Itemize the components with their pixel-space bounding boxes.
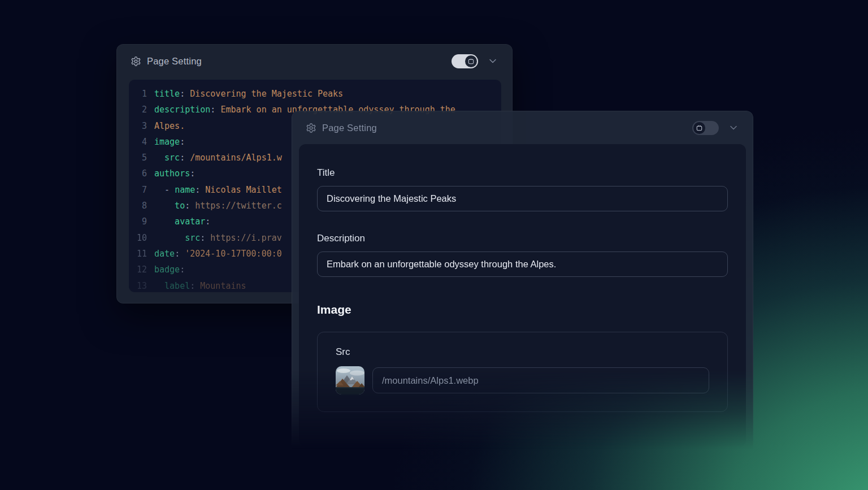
code-text: badge: [154, 262, 185, 277]
src-row [336, 366, 709, 394]
code-block-icon [467, 58, 475, 65]
editor-panel-header: Page Setting [117, 45, 512, 77]
code-line: 1title: Discovering the Majestic Peaks [129, 86, 501, 102]
line-number: 5 [129, 150, 147, 166]
line-number: 11 [129, 246, 147, 262]
line-number: 3 [129, 118, 147, 134]
code-view-toggle[interactable] [452, 54, 478, 68]
code-text: to: https://twitter.c [154, 198, 282, 214]
form-panel-header: Page Setting [292, 111, 753, 144]
line-number: 12 [129, 262, 147, 277]
code-text: src: https://i.prav [154, 230, 282, 246]
chevron-down-icon[interactable] [728, 122, 739, 133]
image-field-card: Src [317, 332, 728, 412]
code-text: title: Discovering the Majestic Peaks [154, 86, 343, 102]
code-text: authors: [154, 166, 195, 181]
code-text: - name: Nicolas Maillet [154, 182, 282, 198]
image-src-input[interactable] [372, 367, 709, 393]
code-text: Alpes. [154, 118, 185, 134]
line-number: 8 [129, 198, 147, 214]
line-number: 9 [129, 214, 147, 229]
panel-title: Page Setting [322, 123, 377, 133]
code-view-toggle[interactable] [692, 121, 719, 135]
line-number: 4 [129, 134, 147, 150]
code-text: label: Mountains [154, 278, 246, 292]
code-text: avatar: [154, 214, 210, 229]
line-number: 1 [129, 86, 147, 102]
description-label: Description [317, 233, 728, 244]
image-thumbnail[interactable] [336, 366, 364, 394]
chevron-down-icon[interactable] [487, 55, 498, 67]
title-label: Title [317, 167, 728, 179]
src-label: Src [336, 346, 709, 358]
panel-title: Page Setting [147, 56, 202, 67]
code-toggle-knob [465, 55, 477, 67]
line-number: 2 [129, 102, 147, 118]
line-number: 6 [129, 166, 147, 181]
code-text: src: /mountains/Alps1.w [154, 150, 282, 166]
line-number: 10 [129, 230, 147, 246]
code-block-icon [696, 124, 703, 132]
form-panel: Page Setting Title Description [292, 111, 753, 452]
code-toggle-knob [693, 122, 705, 134]
code-text: image: [154, 134, 185, 150]
mountain-photo [336, 366, 364, 394]
description-input[interactable] [317, 251, 728, 277]
gear-icon [306, 123, 316, 133]
title-input[interactable] [317, 186, 728, 211]
desktop-background: Page Setting 1title: Discovering the Maj… [0, 0, 868, 490]
code-text: date: '2024-10-17T00:00:0 [154, 246, 282, 262]
line-number: 7 [129, 182, 147, 198]
form-content-card: Title Description Image Src [299, 144, 746, 447]
gear-icon [131, 56, 141, 67]
image-section-heading: Image [317, 303, 728, 316]
line-number: 13 [129, 278, 147, 292]
